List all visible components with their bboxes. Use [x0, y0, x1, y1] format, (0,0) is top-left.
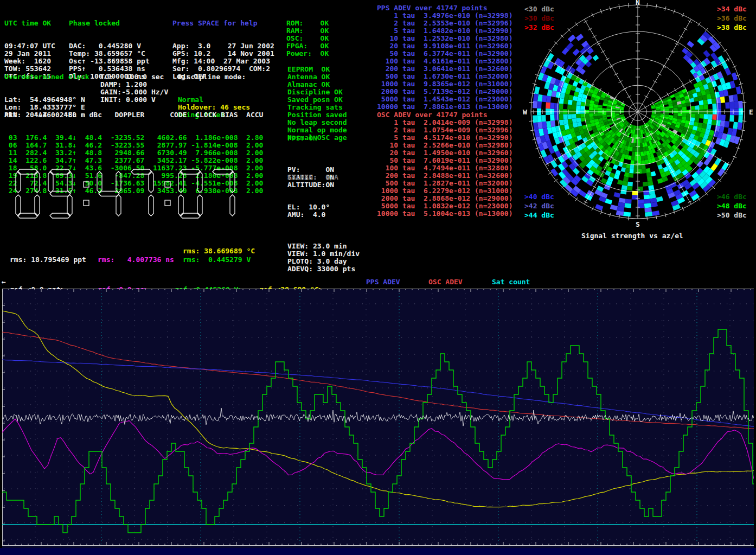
osc-trace	[2, 332, 754, 429]
adev-row: 2000 tau 2.8868e-012 (n=29000)	[377, 195, 512, 202]
status-line: No leap second	[287, 119, 347, 126]
osc-adev-label: OSC ADEV	[428, 278, 463, 286]
adev-row: 2 tau 1.0754e-009 (n=32996)	[377, 126, 512, 134]
phase-status: Phase locked	[69, 20, 150, 27]
pps-state: PPS: ON	[287, 135, 317, 142]
strip-chart	[2, 289, 754, 548]
status-line: Discipline OK	[287, 88, 347, 96]
compass-west: W	[523, 108, 527, 116]
adev-row: 1000 tau 9.8365e-012 (n=31000)	[377, 80, 512, 88]
status-line: VIEW: 23.0 min	[287, 243, 360, 250]
status-line: 29 Jan 2011	[4, 50, 55, 58]
adev-row: 10000 tau 5.1004e-013 (n=13000)	[377, 210, 512, 218]
dbc-legend-top-left: <30 dBc>30 dBc>32 dBc	[524, 4, 554, 32]
adev-row: 100 tau 4.7494e-011 (n=32800)	[377, 164, 512, 172]
adev-row: 5 tau 1.6482e-010 (n=32990)	[377, 27, 512, 35]
dbc-legend-entry: >46 dBc	[717, 192, 747, 201]
status-line: DAMP: 1.200	[100, 81, 168, 88]
help-hint: Press SPACE for help	[172, 20, 274, 27]
adev-row: 10 tau 1.2532e-010 (n=32980)	[377, 35, 512, 42]
status-line: PLOTQ: 3.0 day	[287, 258, 360, 265]
satellite-table-header: PRN °AZ °EL dBc DOPPLER CODE CLOCK BIAS …	[4, 111, 263, 119]
pps-adev-table: PPS ADEV over 41747 points 1 tau 3.4976e…	[377, 4, 512, 111]
status-line: ROM: OK	[286, 20, 329, 27]
adev-row: 5000 tau 1.4543e-012 (n=23000)	[377, 95, 512, 103]
position-mode: Overdetermined clock	[4, 73, 89, 81]
status-line: GAIN:-5.000 Hz/V	[100, 88, 168, 96]
adev-row: 5000 tau 1.0832e-012 (n=23000)	[377, 202, 512, 210]
adev-row: 50 tau 7.6019e-011 (n=32900)	[377, 157, 512, 164]
adev-row: 20 tau 9.9108e-011 (n=32960)	[377, 42, 512, 50]
rms-osc: rms: 18.795469 ppt	[10, 256, 86, 264]
dbc-legend-entry: <30 dBc	[524, 4, 554, 14]
adev-row: 5 tau 4.5174e-010 (n=32990)	[377, 134, 512, 142]
dbc-legend-bottom-left: >40 dBc>42 dBc>44 dBc	[524, 192, 554, 220]
adev-row: 50 tau 6.3774e-011 (n=32900)	[377, 50, 512, 58]
dbc-legend-entry: >32 dBc	[524, 23, 554, 32]
rms-dac: rms: 0.445279 V	[183, 256, 251, 264]
dbc-legend-entry: >40 dBc	[524, 192, 554, 201]
adev-row: 200 tau 3.0641e-011 (n=32600)	[377, 65, 512, 73]
pps-adev-label: PPS ADEV	[366, 278, 400, 286]
adev-row: 200 tau 2.8488e-011 (n=32600)	[377, 172, 512, 180]
adev-row: 500 tau 1.2827e-011 (n=32000)	[377, 180, 512, 187]
status-line: TC: 100.0 sec	[100, 73, 168, 81]
adev-row: 2000 tau 5.7139e-012 (n=29000)	[377, 88, 512, 95]
status-line: Tracking sats	[287, 104, 347, 111]
mask-lines: EL: 10.0°AMU: 4.0	[287, 203, 330, 219]
status-line: Almanac OK	[287, 81, 347, 88]
dbc-legend-entry: >30 dBc	[524, 14, 554, 23]
adev-row: 100 tau 4.6161e-011 (n=32800)	[377, 58, 512, 65]
status-line: RAM: OK	[286, 27, 329, 35]
temp-trace	[2, 311, 754, 507]
adev-row: 1000 tau 6.2279e-012 (n=31000)	[377, 187, 512, 195]
rms-pps: rms: 4.007736 ns	[98, 256, 174, 264]
status-line: EL: 10.0°	[287, 203, 330, 211]
status-line: EEPROM OK	[287, 66, 347, 73]
status-line: AMU: 4.0	[287, 211, 330, 219]
adev-row: 500 tau 1.6730e-011 (n=32000)	[377, 73, 512, 80]
sat-count-label: Sat count	[492, 278, 530, 286]
dbc-legend-top-right: >34 dBc>36 dBc>38 dBc	[717, 4, 747, 32]
dbc-legend-entry: >34 dBc	[717, 4, 747, 14]
bottom-status-strip	[0, 548, 756, 555]
gps-status-lines: EEPROM OKAntenna OKAlmanac OKDiscipline …	[287, 66, 347, 142]
osc-adev-table: OSC ADEV over 41747 points 1 tau 2.0414e…	[377, 111, 512, 218]
satellite-row: 03 176.4 39.4↓ 48.4 -3235.52 4602.66 1.1…	[4, 134, 263, 142]
status-line: VIEW: 1.0 min/div	[287, 250, 360, 258]
dbc-legend-entry: >42 dBc	[524, 201, 554, 210]
status-line: ALTITUDE:ON	[287, 181, 334, 189]
utc-time-status: UTC time OK	[4, 20, 55, 27]
strip-chart-canvas	[2, 289, 754, 548]
status-line: App: 3.0 27 Jun 2002	[172, 42, 274, 50]
dac-trace	[2, 360, 754, 427]
dbc-legend-entry: >44 dBc	[524, 210, 554, 220]
view-lines: VIEW: 23.0 minVIEW: 1.0 min/divPLOTQ: 3.…	[287, 243, 360, 273]
adev-row: 10000 tau 7.8861e-013 (n=13000)	[377, 103, 512, 111]
adev-title: PPS ADEV over 41747 points	[377, 4, 512, 12]
dbc-legend-bottom-right: >46 dBc>48 dBc>50 dBc	[717, 192, 747, 220]
compass-south: S	[636, 220, 640, 228]
satellite-row: 06 164.7 31.8↓ 46.2 -3223.55 2877.97 -1.…	[4, 142, 263, 149]
scroll-arrow-icon: ←	[2, 278, 6, 286]
kalman-line: KALMAN: N/A	[287, 174, 338, 181]
compass-north: N	[636, 0, 640, 7]
polar-caption: Signal strength vs az/el	[581, 232, 683, 240]
status-line: GPS: 10.2 14 Nov 2001	[172, 50, 274, 58]
status-line: Antenna OK	[287, 73, 347, 81]
osc-noise-trace	[2, 408, 754, 426]
pps-trace	[2, 419, 754, 480]
status-line: 09:47:07 UTC	[4, 42, 55, 50]
status-line: Temp: 38.659657 °C	[69, 50, 150, 58]
digital-clock	[15, 169, 254, 223]
rms-temp: rms: 38.669689 °C	[183, 247, 255, 255]
dbc-legend-entry: >38 dBc	[717, 23, 747, 32]
status-line: Saved posn OK	[287, 96, 347, 104]
status-line: DAC: 0.445280 V	[69, 42, 150, 50]
adev-row: 1 tau 3.4976e-010 (n=32998)	[377, 12, 512, 20]
dbc-legend-entry: >36 dBc	[717, 14, 747, 23]
status-line: OSC: OK	[286, 35, 329, 42]
satellite-row: 14 122.6 34.7↑ 47.3 2377.67 3452.17 -5.8…	[4, 157, 263, 164]
adev-row: 20 tau 1.4950e-010 (n=32960)	[377, 149, 512, 157]
satellite-row: 11 282.4 33.2↑ 48.8 2948.66 6730.49 7.96…	[4, 149, 263, 157]
